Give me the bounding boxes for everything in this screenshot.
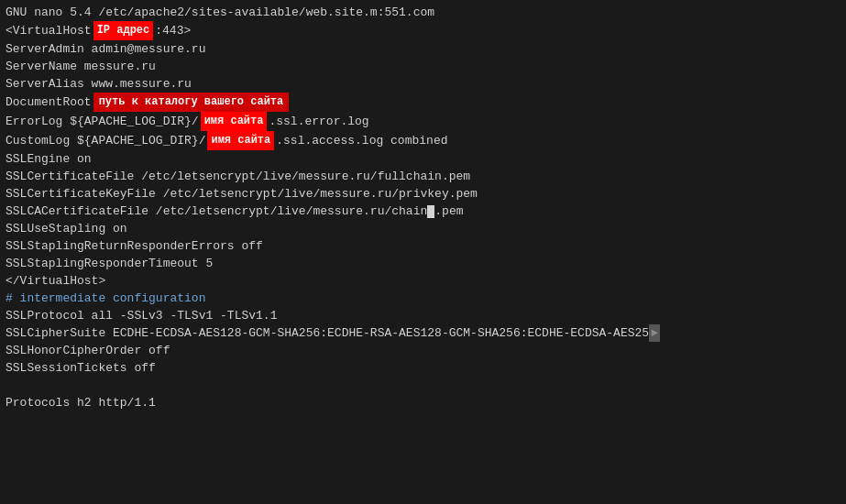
- line-sslengine: SSLEngine on: [5, 150, 841, 168]
- sitename-badge-custom: имя сайта: [207, 131, 274, 150]
- path-badge: путь к каталогу вашего сайта: [93, 93, 290, 112]
- terminal: GNU nano 5.4 /etc/apache2/sites-availabl…: [0, 0, 846, 504]
- ip-badge: IP адрес: [93, 21, 154, 40]
- servername-text: ServerName messure.ru: [5, 58, 156, 75]
- errorlog-prefix: ErrorLog ${APACHE_LOG_DIR}/: [5, 113, 199, 130]
- errorlog-suffix: .ssl.error.log: [269, 113, 368, 130]
- sslstapling-timeout-text: SSLStaplingResponderTimeout 5: [5, 255, 213, 272]
- line-top: GNU nano 5.4 /etc/apache2/sites-availabl…: [5, 4, 841, 21]
- line-sslcertkeyfile: SSLCertificateKeyFile /etc/letsencrypt/l…: [5, 185, 841, 203]
- serveradmin-text: ServerAdmin admin@messure.ru: [5, 40, 205, 58]
- intermediate-comment-text: # intermediate configuration: [5, 290, 205, 307]
- customlog-suffix: .ssl.access.log combined: [276, 132, 447, 149]
- line-virtualhost: <VirtualHost IP адрес :443>: [5, 21, 841, 40]
- line-protocols: Protocols h2 http/1.1: [5, 394, 841, 411]
- serveralias-text: ServerAlias www.messure.ru: [5, 75, 192, 93]
- top-bar-text: GNU nano 5.4 /etc/apache2/sites-availabl…: [5, 4, 434, 21]
- empty-line: [5, 377, 841, 394]
- virtualhost-open: <VirtualHost: [5, 22, 92, 39]
- sslcertkeyfile-text: SSLCertificateKeyFile /etc/letsencrypt/l…: [5, 185, 478, 203]
- line-customlog: CustomLog ${APACHE_LOG_DIR}/ имя сайта .…: [5, 131, 841, 150]
- sslusestapling-text: SSLUseStapling on: [5, 220, 127, 237]
- sslsessiontickets-text: SSLSessionTickets off: [5, 359, 156, 377]
- sslcertfile-text: SSLCertificateFile /etc/letsencrypt/live…: [5, 168, 470, 185]
- documentroot-label: DocumentRoot: [5, 93, 92, 111]
- line-sslcacertfile: SSLCACertificateFile /etc/letsencrypt/li…: [5, 203, 841, 220]
- sitename-badge-error: имя сайта: [201, 112, 268, 131]
- line-serveradmin: ServerAdmin admin@messure.ru: [5, 40, 841, 58]
- sslcacertfile-before: SSLCACertificateFile /etc/letsencrypt/li…: [5, 203, 427, 220]
- line-sslhonorcipherorder: SSLHonorCipherOrder off: [5, 342, 841, 359]
- protocols-text: Protocols h2 http/1.1: [5, 394, 156, 411]
- line-sslprotocol: SSLProtocol all -SSLv3 -TLSv1 -TLSv1.1: [5, 307, 841, 324]
- text-cursor: [427, 205, 434, 218]
- sslengine-text: SSLEngine on: [5, 150, 92, 168]
- sslstapling-errors-text: SSLStaplingReturnResponderErrors off: [5, 237, 263, 255]
- scroll-indicator: ►: [649, 324, 660, 342]
- sslhonorcipherorder-text: SSLHonorCipherOrder off: [5, 342, 170, 359]
- line-sslstapling-errors: SSLStaplingReturnResponderErrors off: [5, 237, 841, 255]
- line-intermediate-comment: # intermediate configuration: [5, 290, 841, 307]
- sslciphersuite-text: SSLCipherSuite ECDHE-ECDSA-AES128-GCM-SH…: [5, 324, 649, 342]
- line-sslsessiontickets: SSLSessionTickets off: [5, 359, 841, 377]
- sslprotocol-text: SSLProtocol all -SSLv3 -TLSv1 -TLSv1.1: [5, 307, 277, 324]
- line-serveralias: ServerAlias www.messure.ru: [5, 75, 841, 93]
- customlog-prefix: CustomLog ${APACHE_LOG_DIR}/: [5, 132, 205, 149]
- line-sslciphersuite: SSLCipherSuite ECDHE-ECDSA-AES128-GCM-SH…: [5, 324, 841, 342]
- line-errorlog: ErrorLog ${APACHE_LOG_DIR}/ имя сайта .s…: [5, 112, 841, 131]
- line-sslstapling-timeout: SSLStaplingResponderTimeout 5: [5, 255, 841, 272]
- line-virtualhost-close: </VirtualHost>: [5, 272, 841, 290]
- virtualhost-port: :443>: [155, 22, 191, 39]
- sslcacertfile-after: .pem: [434, 203, 463, 220]
- line-servername: ServerName messure.ru: [5, 58, 841, 75]
- line-documentroot: DocumentRoot путь к каталогу вашего сайт…: [5, 93, 841, 112]
- virtualhost-close-text: </VirtualHost>: [5, 272, 105, 290]
- line-sslcertfile: SSLCertificateFile /etc/letsencrypt/live…: [5, 168, 841, 185]
- line-sslusestapling: SSLUseStapling on: [5, 220, 841, 237]
